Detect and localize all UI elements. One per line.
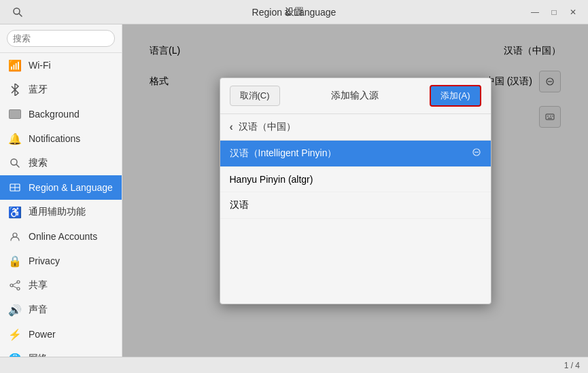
back-arrow-icon[interactable]: ‹ xyxy=(230,121,233,133)
sidebar-item-share[interactable]: 共享 xyxy=(0,273,122,298)
input-item-hanyu[interactable]: 汉语 xyxy=(220,192,491,219)
svg-line-1 xyxy=(20,14,22,16)
svg-rect-3 xyxy=(10,110,20,118)
sidebar-item-sound-label: 声音 xyxy=(29,304,48,316)
page-info: 1 / 4 xyxy=(564,361,580,370)
input-item-hanyu-pinyin-altgr[interactable]: Hanyu Pinyin (altgr) xyxy=(220,167,491,192)
input-item-hanyu-pinyin-altgr-label: Hanyu Pinyin (altgr) xyxy=(230,174,481,185)
window-controls: — □ ✕ xyxy=(528,5,580,19)
sidebar-item-bluetooth[interactable]: 蓝牙 xyxy=(0,77,122,102)
svg-line-13 xyxy=(13,283,17,285)
sidebar-item-background-label: Background xyxy=(29,109,80,120)
window-title: Region & Language xyxy=(252,7,336,18)
sidebar-item-power[interactable]: ⚡ Power xyxy=(0,322,122,347)
sidebar-item-privacy[interactable]: 🔒 Privacy xyxy=(0,249,122,273)
sidebar: 📶 Wi-Fi 蓝牙 Background 🔔 Notificati xyxy=(0,24,122,357)
sidebar-item-notifications-label: Notifications xyxy=(29,133,80,144)
wifi-icon: 📶 xyxy=(8,58,22,72)
modal-add-button[interactable]: 添加(A) xyxy=(430,85,481,107)
sidebar-item-accessibility[interactable]: ♿ 通用辅助功能 xyxy=(0,200,122,224)
background-icon xyxy=(8,107,22,121)
maximize-button[interactable]: □ xyxy=(547,5,561,19)
close-button[interactable]: ✕ xyxy=(566,5,580,19)
breadcrumb-text: 汉语（中国） xyxy=(239,121,296,133)
svg-point-12 xyxy=(17,287,20,290)
statusbar: 1 / 4 xyxy=(0,357,588,373)
sidebar-item-search[interactable]: 搜索 xyxy=(0,151,122,175)
sidebar-item-privacy-label: Privacy xyxy=(29,255,60,266)
notifications-icon: 🔔 xyxy=(8,132,22,145)
input-item-intelligent-pinyin[interactable]: 汉语（Intelligent Pinyin） xyxy=(220,141,491,167)
share-icon xyxy=(8,279,22,292)
svg-line-14 xyxy=(13,286,17,288)
sidebar-item-network[interactable]: 🌐 网络 xyxy=(0,347,122,357)
modal-title: 添加输入源 xyxy=(287,90,423,102)
input-item-hanyu-label: 汉语 xyxy=(230,199,481,211)
add-input-source-modal: 取消(C) 添加输入源 添加(A) ‹ 汉语（中国） 汉语（Intelligen… xyxy=(220,77,491,304)
input-source-list: 汉语（Intelligent Pinyin） Hanyu Pinyin (alt… xyxy=(220,141,491,304)
content-area: 语言(L) 汉语（中国） 格式 中国 (汉语) xyxy=(122,24,588,357)
modal-header: 取消(C) 添加输入源 添加(A) xyxy=(220,78,491,114)
input-item-intelligent-pinyin-label: 汉语（Intelligent Pinyin） xyxy=(230,147,472,160)
modal-breadcrumb: ‹ 汉语（中国） xyxy=(220,114,491,141)
input-item-intelligent-pinyin-icon xyxy=(472,147,481,159)
modal-overlay: 取消(C) 添加输入源 添加(A) ‹ 汉语（中国） 汉语（Intelligen… xyxy=(122,24,588,357)
sidebar-item-region[interactable]: Region & Language xyxy=(0,175,122,200)
svg-point-0 xyxy=(14,8,20,14)
settings-window: 设置 Region & Language — □ ✕ 📶 Wi-Fi xyxy=(0,0,588,373)
online-accounts-icon xyxy=(8,230,22,243)
sidebar-item-wifi-label: Wi-Fi xyxy=(29,60,51,71)
sidebar-item-background[interactable]: Background xyxy=(0,102,122,126)
minimize-button[interactable]: — xyxy=(528,5,542,19)
search-sidebar-icon xyxy=(8,156,22,170)
svg-line-5 xyxy=(17,165,20,168)
titlebar-search-icon[interactable] xyxy=(8,3,27,22)
titlebar: 设置 Region & Language — □ ✕ xyxy=(0,0,588,24)
sidebar-search-container xyxy=(0,24,122,53)
main-content: 📶 Wi-Fi 蓝牙 Background 🔔 Notificati xyxy=(0,24,588,357)
sidebar-item-region-label: Region & Language xyxy=(29,182,113,193)
svg-point-11 xyxy=(10,284,13,287)
sidebar-item-wifi[interactable]: 📶 Wi-Fi xyxy=(0,53,122,77)
sidebar-item-notifications[interactable]: 🔔 Notifications xyxy=(0,126,122,151)
accessibility-icon: ♿ xyxy=(8,205,22,219)
svg-point-4 xyxy=(11,159,17,165)
sidebar-item-share-label: 共享 xyxy=(29,279,48,291)
sidebar-item-accessibility-label: 通用辅助功能 xyxy=(29,206,86,218)
network-icon: 🌐 xyxy=(8,352,22,357)
sidebar-item-bluetooth-label: 蓝牙 xyxy=(29,84,48,96)
svg-point-10 xyxy=(17,281,20,283)
sidebar-item-search-label: 搜索 xyxy=(29,157,48,169)
bluetooth-icon xyxy=(8,83,22,96)
sidebar-item-power-label: Power xyxy=(29,329,56,340)
sound-icon: 🔊 xyxy=(8,303,22,317)
privacy-icon: 🔒 xyxy=(8,254,22,268)
modal-cancel-button[interactable]: 取消(C) xyxy=(230,86,280,106)
power-icon: ⚡ xyxy=(8,327,22,341)
sidebar-item-online-accounts[interactable]: Online Accounts xyxy=(0,224,122,249)
sidebar-item-sound[interactable]: 🔊 声音 xyxy=(0,298,122,322)
region-icon xyxy=(8,181,22,194)
search-input[interactable] xyxy=(7,30,115,47)
svg-point-9 xyxy=(13,233,17,237)
sidebar-item-online-accounts-label: Online Accounts xyxy=(29,231,97,242)
